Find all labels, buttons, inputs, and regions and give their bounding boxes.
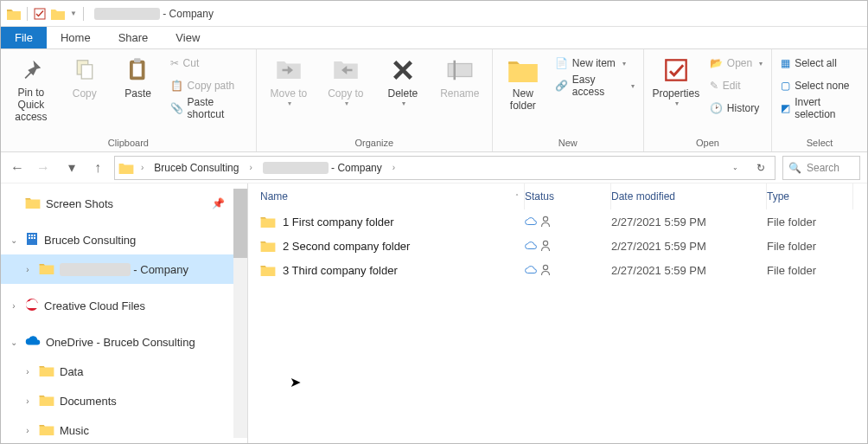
recent-locations-button[interactable]: ▾ xyxy=(62,158,81,177)
breadcrumb-item[interactable]: Bruceb Consulting xyxy=(150,162,242,174)
select-none-button[interactable]: ▢Select none xyxy=(777,75,862,96)
twist-icon[interactable]: › xyxy=(22,367,34,376)
twist-icon[interactable]: › xyxy=(8,301,20,311)
properties-button[interactable]: Properties▾ xyxy=(649,53,703,125)
table-row[interactable]: 2 Second company folder2/27/2021 5:59 PM… xyxy=(248,234,867,258)
delete-button[interactable]: Delete▾ xyxy=(376,53,430,125)
tree-item-label: Documents xyxy=(60,395,117,408)
cc-icon xyxy=(25,298,39,314)
table-row[interactable]: 3 Third company folder2/27/2021 5:59 PMF… xyxy=(248,258,867,282)
paste-button[interactable]: Paste xyxy=(113,53,163,125)
qat-dropdown-icon[interactable]: ▼ xyxy=(70,10,77,17)
twist-icon[interactable]: ⌄ xyxy=(8,338,20,347)
scissors-icon: ✂ xyxy=(170,57,179,69)
twist-icon[interactable]: › xyxy=(22,396,34,406)
svg-rect-2 xyxy=(81,65,93,79)
rename-button[interactable]: Rename xyxy=(433,53,487,125)
column-type[interactable]: Type xyxy=(767,183,853,209)
copy-button[interactable]: Copy xyxy=(60,53,110,125)
select-all-button[interactable]: ▦Select all xyxy=(777,53,862,74)
chevron-down-icon: ▾ xyxy=(345,100,348,107)
chevron-right-icon[interactable]: › xyxy=(393,163,395,172)
delete-icon xyxy=(388,55,418,85)
table-row[interactable]: 1 First company folder2/27/2021 5:59 PMF… xyxy=(248,209,867,234)
back-button[interactable]: ← xyxy=(8,158,27,177)
column-name[interactable]: Name˄ xyxy=(248,183,525,209)
svg-rect-4 xyxy=(132,64,141,77)
chevron-down-icon: ▾ xyxy=(759,60,763,68)
explorer-window: ▼ ████████ - Company File Home Share Vie… xyxy=(0,0,868,444)
paste-shortcut-button[interactable]: 📎Paste shortcut xyxy=(167,98,251,119)
forward-button[interactable]: → xyxy=(34,158,53,177)
qat-newfolder-icon[interactable] xyxy=(51,8,65,20)
edit-button[interactable]: ✎Edit xyxy=(706,75,766,96)
column-date[interactable]: Date modified xyxy=(611,183,767,209)
building-icon xyxy=(25,232,39,248)
twist-icon[interactable]: › xyxy=(22,265,34,274)
tree-item[interactable]: ›Documents xyxy=(1,386,233,415)
svg-rect-7 xyxy=(453,61,456,80)
group-label-new: New xyxy=(558,136,578,151)
file-date: 2/27/2021 5:59 PM xyxy=(611,216,767,228)
tree-item[interactable]: ⌄OneDrive - Bruceb Consulting xyxy=(1,327,233,357)
tree-item[interactable]: ›Data xyxy=(1,357,233,386)
twist-icon[interactable]: › xyxy=(22,426,34,435)
chevron-down-icon: ▾ xyxy=(288,100,291,107)
menu-share[interactable]: Share xyxy=(105,27,163,48)
shortcut-icon: 📎 xyxy=(170,102,183,114)
pin-icon xyxy=(16,55,46,84)
svg-point-19 xyxy=(543,265,547,269)
pin-to-quick-access-button[interactable]: Pin to Quick access xyxy=(6,53,56,125)
address-dropdown-button[interactable]: ⌄ xyxy=(724,158,745,178)
menu-view[interactable]: View xyxy=(162,27,214,48)
copy-to-button[interactable]: Copy to▾ xyxy=(319,53,373,125)
folder-icon xyxy=(39,394,54,409)
group-label-select: Select xyxy=(807,136,833,151)
file-name: 1 First company folder xyxy=(283,216,394,228)
up-button[interactable]: ↑ xyxy=(88,158,107,177)
tree-item-label: Creative Cloud Files xyxy=(44,299,145,312)
paste-icon xyxy=(124,55,153,85)
qat-properties-icon[interactable] xyxy=(34,8,46,20)
folder-icon xyxy=(39,364,54,379)
svg-rect-13 xyxy=(29,237,30,239)
chevron-right-icon[interactable]: › xyxy=(141,163,144,172)
menu-home[interactable]: Home xyxy=(47,27,105,48)
file-name: 2 Second company folder xyxy=(283,240,410,253)
history-button[interactable]: 🕑History xyxy=(706,98,766,119)
tree-item[interactable]: ›████████ - Company xyxy=(1,254,233,284)
ribbon-group-new: New folder 📄New item▾ 🔗Easy access▾ New xyxy=(493,49,644,151)
copy-path-button[interactable]: 📋Copy path xyxy=(167,75,251,96)
refresh-button[interactable]: ↻ xyxy=(750,158,771,178)
column-status[interactable]: Status xyxy=(525,183,611,209)
tree-item-label: Music xyxy=(60,424,89,437)
svg-rect-11 xyxy=(31,235,33,236)
easy-access-button[interactable]: 🔗Easy access▾ xyxy=(552,75,638,96)
sort-indicator-icon: ˄ xyxy=(515,193,519,201)
open-button[interactable]: 📂Open▾ xyxy=(706,53,766,74)
move-to-button[interactable]: Move to▾ xyxy=(262,53,316,125)
tree-item[interactable]: Screen Shots📌 xyxy=(1,189,233,218)
ribbon-group-select: ▦Select all ▢Select none ◩Invert selecti… xyxy=(772,49,867,151)
tree-scrollbar[interactable] xyxy=(233,189,247,438)
new-item-button[interactable]: 📄New item▾ xyxy=(552,53,638,74)
cut-button[interactable]: ✂Cut xyxy=(167,53,251,74)
chevron-right-icon[interactable]: › xyxy=(249,163,252,172)
svg-point-18 xyxy=(543,241,547,245)
twist-icon[interactable]: ⌄ xyxy=(8,235,20,245)
search-input[interactable]: 🔍 Search xyxy=(782,156,860,180)
invert-selection-icon: ◩ xyxy=(781,102,790,114)
app-icon xyxy=(7,8,21,20)
tree-item[interactable]: ⌄Bruceb Consulting xyxy=(1,225,233,254)
svg-rect-15 xyxy=(34,237,35,239)
tree-item[interactable]: ›Music xyxy=(1,415,233,438)
breadcrumb-item[interactable]: ████████ - Company xyxy=(259,162,386,174)
menu-file[interactable]: File xyxy=(1,27,47,48)
file-type: File folder xyxy=(767,264,853,277)
group-label-clipboard: Clipboard xyxy=(108,136,149,151)
address-bar[interactable]: › Bruceb Consulting › ████████ - Company… xyxy=(114,156,775,180)
history-icon: 🕑 xyxy=(710,102,723,114)
invert-selection-button[interactable]: ◩Invert selection xyxy=(777,98,862,119)
new-folder-button[interactable]: New folder xyxy=(498,53,548,125)
tree-item[interactable]: ›Creative Cloud Files xyxy=(1,291,233,320)
